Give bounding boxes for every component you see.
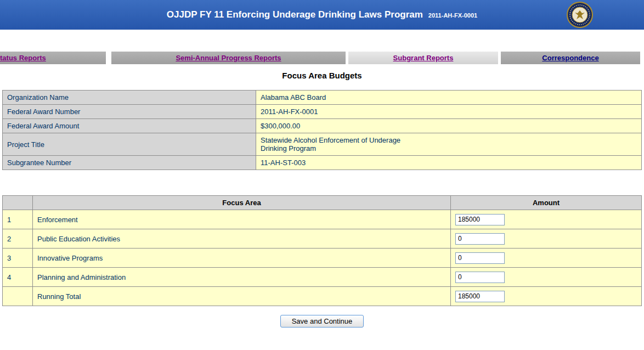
info-label-federal-award-amount: Federal Award Amount bbox=[3, 119, 256, 133]
app-banner: OJJDP FY 11 Enforcing Underage Drinking … bbox=[0, 0, 644, 30]
amount-cell bbox=[451, 287, 642, 306]
amount-input-innovative-programs[interactable] bbox=[455, 252, 505, 264]
info-label-subgrantee-number: Subgrantee Number bbox=[3, 156, 256, 170]
button-row: Save and Continue bbox=[0, 315, 644, 328]
grant-info-table: Organization Name Alabama ABC Board Fede… bbox=[2, 90, 642, 170]
table-header-row: Focus Area Amount bbox=[3, 196, 642, 210]
row-number: 3 bbox=[3, 249, 33, 268]
tab-semi-annual-progress-reports[interactable]: Semi-Annual Progress Reports bbox=[111, 52, 346, 64]
focus-area-label-enforcement: Enforcement bbox=[33, 210, 451, 229]
amount-cell bbox=[451, 249, 642, 268]
table-row: 3 Innovative Programs bbox=[3, 249, 642, 268]
tab-correspondence-link[interactable]: Correspondence bbox=[542, 54, 598, 62]
row-number: 4 bbox=[3, 268, 33, 287]
info-label-federal-award-number: Federal Award Number bbox=[3, 105, 256, 119]
amount-cell bbox=[451, 210, 642, 229]
amount-cell bbox=[451, 268, 642, 287]
tab-subgrant-reports-link[interactable]: Subgrant Reports bbox=[393, 54, 454, 62]
tab-correspondence[interactable]: Correspondence bbox=[501, 52, 640, 64]
table-row: Organization Name Alabama ABC Board bbox=[3, 91, 642, 105]
info-label-organization-name: Organization Name bbox=[3, 91, 256, 105]
running-total-label: Running Total bbox=[33, 287, 451, 306]
info-label-project-title: Project Title bbox=[3, 133, 256, 156]
row-number bbox=[3, 287, 33, 306]
tab-subgrant-reports[interactable]: Subgrant Reports bbox=[348, 52, 498, 64]
row-number: 1 bbox=[3, 210, 33, 229]
table-row: Subgrantee Number 11-AH-ST-003 bbox=[3, 156, 642, 170]
doj-seal-icon bbox=[566, 1, 594, 29]
award-number: 2011-AH-FX-0001 bbox=[428, 12, 477, 19]
info-value-federal-award-number: 2011-AH-FX-0001 bbox=[256, 105, 642, 119]
table-row: Federal Award Number 2011-AH-FX-0001 bbox=[3, 105, 642, 119]
header-focus-area: Focus Area bbox=[33, 196, 451, 210]
running-total-input[interactable] bbox=[455, 291, 505, 302]
header-index bbox=[3, 196, 33, 210]
banner-text: OJJDP FY 11 Enforcing Underage Drinking … bbox=[167, 9, 477, 20]
info-value-organization-name: Alabama ABC Board bbox=[256, 91, 642, 105]
table-row: 4 Planning and Administration bbox=[3, 268, 642, 287]
focus-area-label-innovative-programs: Innovative Programs bbox=[33, 249, 451, 268]
focus-area-label-planning-administration: Planning and Administration bbox=[33, 268, 451, 287]
table-row: Running Total bbox=[3, 287, 642, 306]
tab-gap bbox=[106, 52, 111, 64]
row-number: 2 bbox=[3, 229, 33, 249]
tab-status-reports[interactable]: tatus Reports bbox=[0, 52, 106, 64]
table-row: Project Title Statewide Alcohol Enforcem… bbox=[3, 133, 642, 156]
table-row: Federal Award Amount $300,000.00 bbox=[3, 119, 642, 133]
focus-area-label-public-education: Public Education Activities bbox=[33, 229, 451, 249]
header-amount: Amount bbox=[451, 196, 642, 210]
program-title: OJJDP FY 11 Enforcing Underage Drinking … bbox=[167, 9, 423, 20]
save-and-continue-button[interactable]: Save and Continue bbox=[280, 315, 364, 328]
tab-semi-annual-progress-reports-link[interactable]: Semi-Annual Progress Reports bbox=[176, 54, 281, 62]
amount-cell bbox=[451, 229, 642, 249]
tab-bar: tatus Reports Semi-Annual Progress Repor… bbox=[0, 52, 644, 64]
table-row: 2 Public Education Activities bbox=[3, 229, 642, 249]
info-value-federal-award-amount: $300,000.00 bbox=[256, 119, 642, 133]
focus-area-budget-table: Focus Area Amount 1 Enforcement 2 Public… bbox=[2, 195, 642, 306]
table-row: 1 Enforcement bbox=[3, 210, 642, 229]
tab-status-reports-link[interactable]: tatus Reports bbox=[0, 54, 46, 62]
amount-input-public-education[interactable] bbox=[455, 233, 505, 245]
info-value-subgrantee-number: 11-AH-ST-003 bbox=[256, 156, 642, 170]
amount-input-enforcement[interactable] bbox=[455, 214, 505, 225]
info-value-project-title: Statewide Alcohol Enforcement of Underag… bbox=[256, 133, 642, 156]
amount-input-planning-administration[interactable] bbox=[455, 272, 505, 283]
page-title: Focus Area Budgets bbox=[0, 71, 644, 80]
